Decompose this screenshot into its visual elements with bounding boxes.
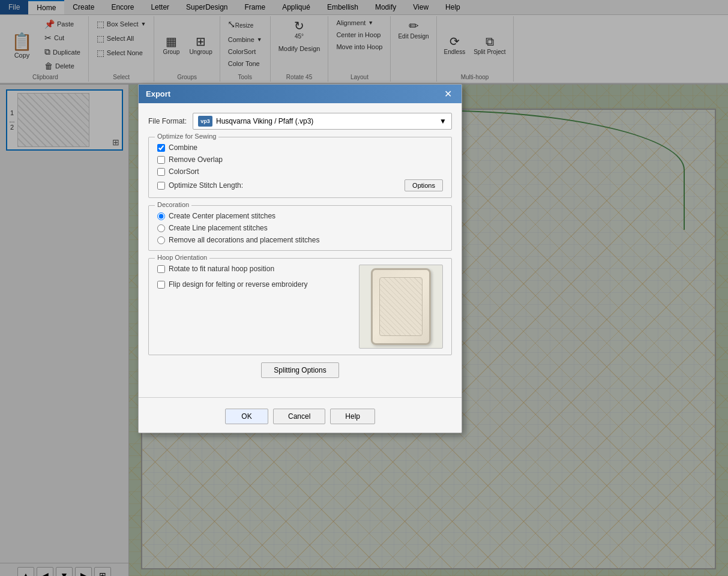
rotate-hoop-label: Rotate to fit natural hoop position	[169, 265, 274, 273]
flip-design-row: Flip design for felting or reverse embro…	[157, 280, 350, 289]
file-format-row: File Format: vp3 Husqvarna Viking / Pfaf…	[148, 113, 452, 130]
hoop-inner	[379, 277, 423, 336]
flip-design-checkbox[interactable]	[157, 281, 165, 289]
dialog-divider	[139, 397, 462, 398]
remove-overlap-checkbox[interactable]	[157, 156, 165, 164]
combine-label: Combine	[169, 143, 197, 152]
optimize-section: Optimize for Sewing Combine Remove Overl…	[148, 137, 452, 198]
decoration-label-3: Remove all decorations and placement sti…	[169, 236, 319, 244]
optimize-stitch-checkbox[interactable]	[157, 182, 165, 190]
decoration-legend: Decoration	[155, 201, 191, 208]
dialog-close-button[interactable]: ✕	[442, 88, 454, 100]
dialog-title-bar: Export ✕	[139, 85, 462, 103]
optimize-legend: Optimize for Sewing	[155, 133, 218, 140]
remove-overlap-row: Remove Overlap	[157, 155, 443, 164]
combine-row: Combine	[157, 143, 443, 152]
colorsort-row: ColorSort	[157, 167, 443, 176]
dialog-title-text: Export	[146, 89, 170, 98]
optimize-stitch-label: Optimize Stitch Length:	[169, 181, 243, 190]
hoop-drawing	[371, 268, 431, 345]
colorsort-label: ColorSort	[169, 167, 199, 176]
dropdown-arrow-icon: ▼	[439, 117, 447, 125]
decoration-label-2: Create Line placement stitches	[169, 224, 268, 232]
decoration-radio-1[interactable]	[157, 212, 165, 220]
decoration-label-1: Create Center placement stitches	[169, 212, 275, 220]
hoop-orientation-legend: Hoop Orientation	[155, 254, 209, 261]
file-format-label: File Format:	[148, 117, 187, 125]
decoration-radio-3[interactable]	[157, 236, 165, 244]
decoration-radio-2[interactable]	[157, 224, 165, 232]
optimize-stitch-row: Optimize Stitch Length: Options	[157, 179, 443, 191]
colorsort-checkbox[interactable]	[157, 168, 165, 176]
rotate-hoop-row: Rotate to fit natural hoop position	[157, 265, 350, 273]
rotate-hoop-checkbox[interactable]	[157, 265, 165, 273]
cancel-button[interactable]: Cancel	[273, 409, 325, 424]
decoration-option-3: Remove all decorations and placement sti…	[157, 236, 443, 244]
dialog-body: File Format: vp3 Husqvarna Viking / Pfaf…	[139, 103, 462, 392]
dialog-footer: OK Cancel Help	[139, 403, 462, 433]
help-button[interactable]: Help	[330, 409, 375, 424]
export-dialog: Export ✕ File Format: vp3 Husqvarna Viki…	[138, 84, 462, 433]
hoop-preview	[359, 265, 443, 349]
combine-checkbox[interactable]	[157, 144, 165, 152]
options-button[interactable]: Options	[405, 179, 443, 191]
decoration-section: Decoration Create Center placement stitc…	[148, 205, 452, 251]
file-format-icon: vp3	[198, 116, 212, 127]
file-format-select[interactable]: vp3 Husqvarna Viking / Pfaff (.vp3) ▼	[193, 113, 452, 130]
flip-design-label: Flip design for felting or reverse embro…	[169, 280, 307, 289]
ok-button[interactable]: OK	[225, 409, 268, 424]
file-format-value: Husqvarna Viking / Pfaff (.vp3)	[216, 117, 313, 125]
decoration-option-1: Create Center placement stitches	[157, 212, 443, 220]
splitting-options-button[interactable]: Splitting Options	[261, 362, 338, 378]
decoration-option-2: Create Line placement stitches	[157, 224, 443, 232]
remove-overlap-label: Remove Overlap	[169, 155, 223, 164]
hoop-orientation-section: Hoop Orientation Rotate to fit natural h…	[148, 258, 452, 355]
